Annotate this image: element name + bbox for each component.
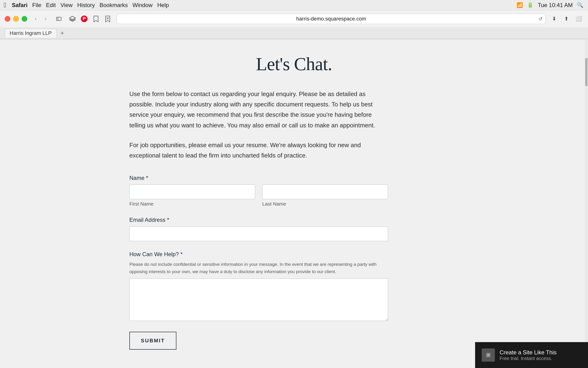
page-description-1: Use the form below to contact us regardi… <box>129 89 388 130</box>
last-name-input[interactable] <box>262 184 388 199</box>
reload-button[interactable]: ↺ <box>539 16 543 22</box>
address-bar[interactable]: harris-demo.squarespace.com ↺ <box>117 14 546 24</box>
email-required: * <box>167 217 169 223</box>
address-bar-container: harris-demo.squarespace.com ↺ <box>117 14 546 24</box>
forward-button[interactable]: › <box>41 15 50 23</box>
battery-icon: 🔋 <box>527 2 534 8</box>
page-description-2: For job opportunities, please email us y… <box>129 140 388 161</box>
address-text: harris-demo.squarespace.com <box>296 16 366 22</box>
sidebar-toggle[interactable] <box>54 15 63 23</box>
tab-title: Harris Ingram LLP <box>10 30 52 36</box>
submit-group: SUBMIT <box>129 332 388 350</box>
svg-rect-0 <box>56 17 61 20</box>
squarespace-banner[interactable]: Create a Site Like This Free trial. Inst… <box>475 342 588 368</box>
menubar-history[interactable]: History <box>77 2 95 9</box>
menubar-edit[interactable]: Edit <box>46 2 56 9</box>
apple-menu[interactable]:  <box>4 1 6 9</box>
help-field-group: How Can We Help? * Please do not include… <box>129 251 388 322</box>
menubar-bookmarks[interactable]: Bookmarks <box>99 2 128 9</box>
pinterest-icon[interactable]: P <box>79 15 89 23</box>
last-name-wrapper: Last Name <box>262 184 388 207</box>
minimize-button[interactable] <box>13 16 19 22</box>
email-input[interactable] <box>129 227 388 241</box>
help-disclaimer: Please do not include confidential or se… <box>129 261 388 275</box>
close-button[interactable] <box>5 16 10 22</box>
name-label: Name * <box>129 175 388 181</box>
new-tab-plus[interactable]: + <box>58 29 67 37</box>
menubar:  Safari File Edit View History Bookmark… <box>0 0 588 10</box>
wifi-icon: 📶 <box>517 2 523 8</box>
svg-text:P: P <box>83 16 86 21</box>
email-label: Email Address * <box>129 217 388 223</box>
new-tab-button[interactable]: ⬜ <box>574 15 583 23</box>
scrollbar-thumb[interactable] <box>585 58 588 86</box>
menubar-clock: Tue 10:41 AM <box>538 2 573 9</box>
message-textarea[interactable] <box>129 278 388 321</box>
page-content: Let's Chat. Use the form below to contac… <box>0 39 588 368</box>
traffic-lights <box>5 16 27 22</box>
menubar-file[interactable]: File <box>32 2 41 9</box>
bookmark-icons: P <box>67 15 113 23</box>
name-field-group: Name * First Name Last Name <box>129 175 388 207</box>
first-name-sublabel: First Name <box>129 201 255 207</box>
page-inner: Let's Chat. Use the form below to contac… <box>129 54 459 359</box>
svg-rect-7 <box>487 354 489 356</box>
help-label: How Can We Help? * <box>129 251 388 258</box>
menubar-window[interactable]: Window <box>132 2 152 9</box>
scrollbar[interactable] <box>585 39 588 368</box>
name-fields: First Name Last Name <box>129 184 388 207</box>
help-required: * <box>180 251 183 257</box>
first-name-wrapper: First Name <box>129 184 255 207</box>
maximize-button[interactable] <box>22 16 27 22</box>
name-required: * <box>146 175 148 181</box>
menubar-safari[interactable]: Safari <box>12 2 27 9</box>
submit-button[interactable]: SUBMIT <box>129 332 176 350</box>
first-name-input[interactable] <box>129 184 255 199</box>
squarespace-text: Create a Site Like This Free trial. Inst… <box>500 349 556 361</box>
layers-icon[interactable] <box>67 15 78 23</box>
menubar-view[interactable]: View <box>61 2 73 9</box>
contact-form: Name * First Name Last Name <box>129 175 388 350</box>
bookmark-1[interactable] <box>91 15 101 23</box>
tab-bar: Harris Ingram LLP + <box>0 27 588 39</box>
active-tab[interactable]: Harris Ingram LLP <box>5 29 57 38</box>
share-button[interactable]: ⬆ <box>562 15 571 23</box>
menubar-help[interactable]: Help <box>157 2 169 9</box>
menubar-right: 📶 🔋 Tue 10:41 AM 🔍 <box>517 2 583 9</box>
last-name-sublabel: Last Name <box>262 201 388 207</box>
nav-buttons: ‹ › <box>31 15 50 23</box>
squarespace-subtitle: Free trial. Instant access. <box>500 356 556 361</box>
svg-marker-2 <box>69 16 76 19</box>
email-field-group: Email Address * <box>129 217 388 241</box>
downloads-button[interactable]: ⬇ <box>549 15 559 23</box>
back-button[interactable]: ‹ <box>31 15 40 23</box>
browser-toolbar: ‹ › P <box>0 10 588 27</box>
browser-toolbar-right: ⬇ ⬆ ⬜ <box>549 15 583 23</box>
browser-chrome: ‹ › P <box>0 10 588 39</box>
squarespace-title: Create a Site Like This <box>500 349 556 356</box>
bookmark-2[interactable] <box>103 15 113 23</box>
squarespace-logo <box>482 349 495 362</box>
page-title: Let's Chat. <box>129 54 459 75</box>
search-icon[interactable]: 🔍 <box>577 2 583 8</box>
